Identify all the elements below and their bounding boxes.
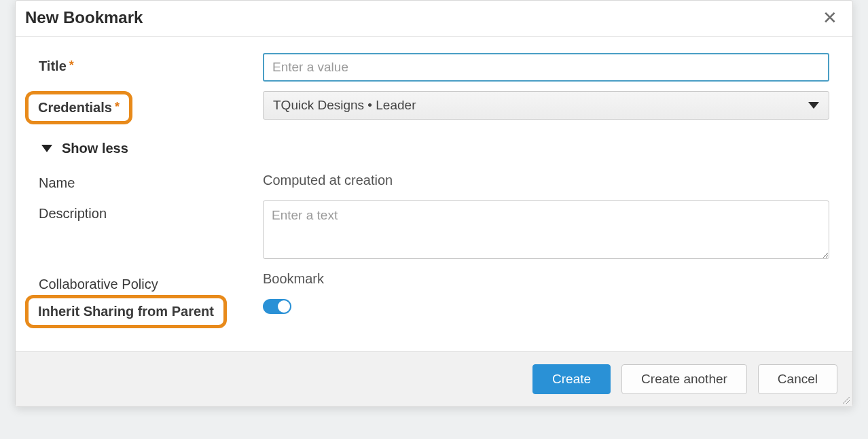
create-another-button[interactable]: Create another	[621, 364, 747, 394]
show-less-label: Show less	[62, 141, 128, 156]
row-title: Title*	[39, 53, 829, 82]
dialog-footer: Create Create another Cancel	[16, 351, 852, 406]
row-description: Description	[39, 200, 829, 262]
row-inherit: Inherit Sharing from Parent	[39, 295, 829, 328]
create-button[interactable]: Create	[532, 364, 611, 394]
dialog-body: Title* Credentials* TQuick D	[16, 37, 852, 351]
required-marker: *	[69, 58, 74, 72]
close-icon[interactable]: ✕	[820, 7, 840, 28]
name-value: Computed at creation	[263, 170, 829, 188]
inherit-highlight: Inherit Sharing from Parent	[25, 295, 227, 328]
label-credentials-text: Credentials	[38, 100, 112, 115]
inherit-toggle[interactable]	[263, 299, 291, 314]
label-title: Title*	[39, 53, 263, 74]
label-inherit-text: Inherit Sharing from Parent	[38, 304, 214, 319]
triangle-down-icon	[41, 145, 52, 152]
label-title-text: Title	[39, 58, 67, 73]
collab-policy-value: Bookmark	[263, 271, 829, 287]
resize-grip-icon[interactable]	[842, 396, 850, 404]
credentials-select[interactable]: TQuick Designs • Leader	[263, 91, 829, 120]
dialog-title: New Bookmark	[25, 8, 143, 27]
toggle-knob	[278, 300, 290, 313]
label-collab-policy: Collaborative Policy	[39, 271, 263, 292]
dialog-header: New Bookmark ✕	[16, 1, 852, 37]
row-collab-policy: Collaborative Policy Bookmark	[39, 271, 829, 292]
label-name: Name	[39, 170, 263, 191]
row-credentials: Credentials* TQuick Designs • Leader	[39, 91, 829, 124]
cancel-button[interactable]: Cancel	[758, 364, 837, 394]
title-input[interactable]	[263, 53, 829, 82]
show-less-toggle[interactable]: Show less	[39, 141, 829, 156]
required-marker: *	[115, 100, 120, 113]
description-textarea[interactable]	[263, 200, 829, 259]
label-description: Description	[39, 200, 263, 222]
credentials-value: TQuick Designs • Leader	[273, 98, 416, 113]
chevron-down-icon	[808, 102, 819, 109]
new-bookmark-dialog: New Bookmark ✕ Title* Credentials*	[15, 0, 853, 407]
credentials-highlight: Credentials*	[25, 91, 132, 124]
row-name: Name Computed at creation	[39, 170, 829, 191]
